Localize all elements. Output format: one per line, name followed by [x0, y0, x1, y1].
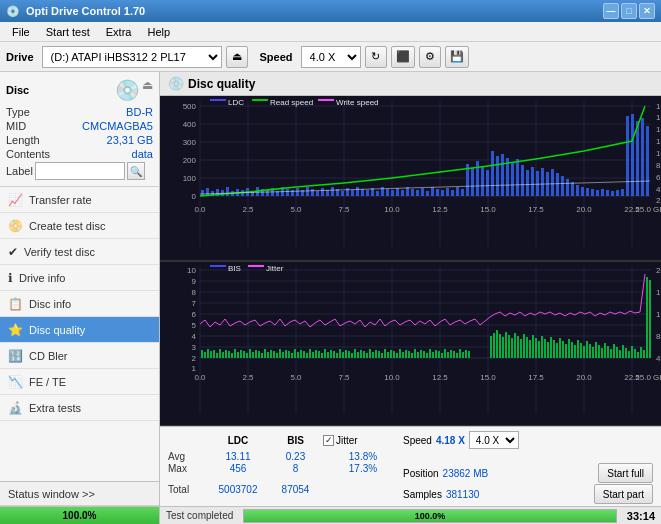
svg-rect-311	[586, 341, 588, 358]
svg-rect-231	[327, 352, 329, 358]
svg-rect-128	[596, 190, 599, 196]
svg-rect-227	[315, 350, 317, 358]
maximize-button[interactable]: □	[621, 3, 637, 19]
nav-fe-te[interactable]: 📉 FE / TE	[0, 369, 159, 395]
svg-rect-104	[476, 161, 479, 196]
svg-rect-306	[571, 342, 573, 358]
svg-rect-289	[520, 339, 522, 358]
save-button[interactable]: 💾	[445, 46, 469, 68]
svg-rect-327	[634, 349, 636, 358]
svg-rect-193	[213, 350, 215, 358]
svg-rect-187	[248, 265, 264, 267]
svg-text:15.0: 15.0	[480, 373, 496, 382]
jitter-checkbox[interactable]: ✓	[323, 435, 334, 446]
svg-rect-245	[369, 349, 371, 358]
nav-drive-info[interactable]: ℹ Drive info	[0, 265, 159, 291]
start-full-button[interactable]: Start full	[598, 463, 653, 483]
disc-label-row: Label 🔍	[6, 162, 153, 180]
nav-extra-tests[interactable]: 🔬 Extra tests	[0, 395, 159, 421]
svg-text:6X: 6X	[656, 173, 661, 182]
jitter-check-area: ✓ Jitter	[323, 435, 403, 446]
refresh-button[interactable]: ↻	[365, 46, 387, 68]
svg-rect-267	[435, 350, 437, 358]
svg-rect-291	[526, 337, 528, 358]
svg-text:7: 7	[192, 299, 197, 308]
menu-extra[interactable]: Extra	[98, 24, 140, 40]
svg-rect-106	[486, 170, 489, 196]
svg-rect-317	[604, 343, 606, 358]
svg-rect-325	[628, 351, 630, 358]
svg-rect-195	[219, 349, 221, 358]
svg-rect-272	[450, 350, 452, 358]
app-icon: 💿	[6, 5, 20, 18]
svg-rect-228	[318, 351, 320, 358]
svg-rect-297	[544, 339, 546, 358]
bottom-bar: Test completed 100.0% 33:14	[160, 506, 661, 524]
svg-rect-196	[222, 352, 224, 358]
disc-type-row: Type BD-R	[6, 106, 153, 118]
drive-info-icon: ℹ	[8, 271, 13, 285]
disc-label-button[interactable]: 🔍	[127, 162, 145, 180]
svg-rect-282	[499, 334, 501, 358]
svg-text:8%: 8%	[656, 332, 661, 341]
svg-rect-244	[366, 353, 368, 358]
speed-select[interactable]: 4.0 X 1.0 X 2.0 X 6.0 X 8.0 X	[301, 46, 361, 68]
stats-avg-bis: 0.23	[268, 451, 323, 462]
svg-rect-319	[610, 349, 612, 358]
svg-rect-73	[321, 188, 324, 196]
svg-text:12%: 12%	[656, 310, 661, 319]
svg-rect-310	[583, 346, 585, 358]
disc-image-icon: 💿	[115, 78, 140, 102]
svg-text:LDC: LDC	[228, 98, 244, 107]
drive-select[interactable]: (D:) ATAPI iHBS312 2 PL17	[42, 46, 222, 68]
time-display: 33:14	[621, 510, 661, 522]
nav-cd-bler[interactable]: 🔢 CD Bler	[0, 343, 159, 369]
stats-speed-select[interactable]: 4.0 X 1.0 X 2.0 X 6.0 X 8.0 X	[469, 431, 519, 449]
svg-rect-300	[553, 340, 555, 358]
position-label: Position	[403, 468, 439, 479]
svg-rect-121	[561, 176, 564, 196]
start-part-button[interactable]: Start part	[594, 484, 653, 504]
status-window-button[interactable]: Status window >>	[0, 482, 159, 506]
svg-rect-277	[465, 350, 467, 358]
nav-transfer-rate[interactable]: 📈 Transfer rate	[0, 187, 159, 213]
svg-rect-43	[210, 99, 226, 101]
svg-text:6: 6	[192, 310, 197, 319]
svg-text:Jitter: Jitter	[266, 264, 284, 273]
speed-label: Speed	[260, 51, 293, 63]
settings-button[interactable]: ⚙	[419, 46, 441, 68]
start-part-area: Start part	[479, 484, 653, 504]
svg-rect-307	[574, 345, 576, 358]
close-button[interactable]: ✕	[639, 3, 655, 19]
svg-rect-99	[451, 190, 454, 196]
left-panel: Disc 💿 ⏏ Type BD-R MID CMCMAGBA5 Length …	[0, 72, 160, 524]
nav-verify-test-disc[interactable]: ✔ Verify test disc	[0, 239, 159, 265]
disc-label-input[interactable]	[35, 162, 125, 180]
main-progress-fill: 100.0%	[244, 510, 616, 522]
menu-bar: File Start test Extra Help	[0, 22, 661, 42]
menu-start-test[interactable]: Start test	[38, 24, 98, 40]
menu-file[interactable]: File	[4, 24, 38, 40]
write-button[interactable]: ⬛	[391, 46, 415, 68]
eject-button[interactable]: ⏏	[226, 46, 248, 68]
svg-rect-261	[417, 352, 419, 358]
nav-create-test-disc[interactable]: 📀 Create test disc	[0, 213, 159, 239]
svg-rect-194	[216, 353, 218, 358]
svg-rect-105	[481, 166, 484, 196]
disc-contents-val: data	[132, 148, 153, 160]
svg-text:2.5: 2.5	[242, 205, 254, 214]
minimize-button[interactable]: —	[603, 3, 619, 19]
disc-type-label: Type	[6, 106, 30, 118]
stats-bis-header: BIS	[268, 435, 323, 446]
svg-rect-81	[361, 189, 364, 196]
stats-bar: LDC BIS ✓ Jitter Speed 4.18 X 4.0 X 1.0 …	[160, 426, 661, 506]
stats-speed-label: Speed	[403, 435, 432, 446]
svg-rect-253	[393, 351, 395, 358]
svg-rect-116	[536, 171, 539, 196]
svg-rect-223	[303, 351, 305, 358]
nav-disc-info[interactable]: 📋 Disc info	[0, 291, 159, 317]
menu-help[interactable]: Help	[139, 24, 178, 40]
nav-disc-quality[interactable]: ⭐ Disc quality	[0, 317, 159, 343]
svg-text:BIS: BIS	[228, 264, 241, 273]
stats-ldc-header: LDC	[208, 435, 268, 446]
